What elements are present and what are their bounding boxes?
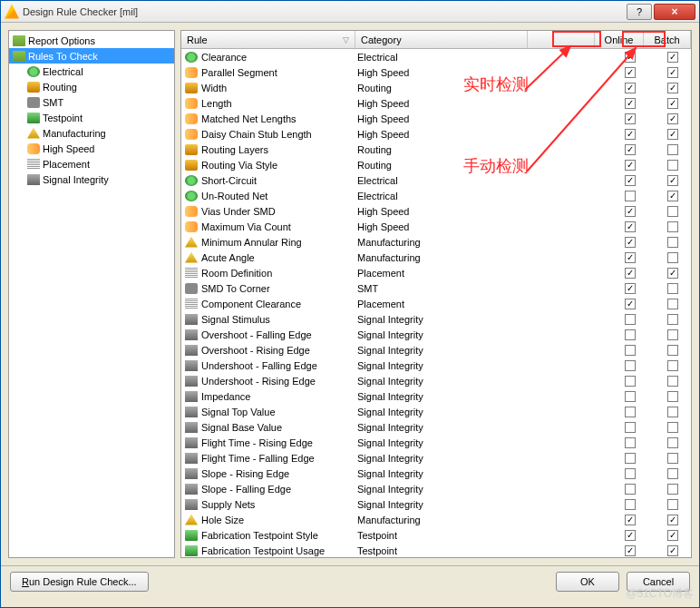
table-row[interactable]: Flight Time - Rising EdgeSignal Integrit… — [181, 435, 691, 450]
checkbox-batch[interactable] — [667, 329, 678, 340]
checkbox-batch[interactable] — [667, 144, 678, 155]
checkbox-online[interactable] — [625, 283, 636, 294]
checkbox-batch[interactable] — [667, 437, 678, 448]
table-row[interactable]: Signal Top ValueSignal Integrity — [181, 404, 691, 419]
table-row[interactable]: Overshoot - Rising EdgeSignal Integrity — [181, 342, 691, 358]
checkbox-online[interactable] — [625, 221, 636, 232]
checkbox-online[interactable] — [625, 67, 636, 78]
checkbox-online[interactable] — [625, 191, 636, 201]
checkbox-batch[interactable] — [667, 67, 678, 78]
table-row[interactable]: Maximum Via CountHigh Speed — [181, 219, 691, 234]
checkbox-online[interactable] — [625, 252, 636, 263]
tree-item-smt[interactable]: SMT — [9, 94, 174, 110]
column-header-rule[interactable]: Rule ▽ — [181, 31, 355, 48]
cancel-button[interactable]: Cancel — [627, 572, 690, 592]
table-row[interactable]: Signal StimulusSignal Integrity — [181, 311, 691, 327]
checkbox-online[interactable] — [625, 545, 636, 556]
checkbox-batch[interactable] — [667, 113, 678, 124]
checkbox-batch[interactable] — [667, 191, 678, 201]
table-row[interactable]: Vias Under SMDHigh Speed — [181, 203, 691, 219]
table-row[interactable]: Routing LayersRouting — [181, 142, 691, 157]
table-row[interactable]: LengthHigh Speed — [181, 95, 691, 111]
checkbox-online[interactable] — [625, 98, 636, 109]
ok-button[interactable]: OK — [556, 572, 619, 592]
table-row[interactable]: Supply NetsSignal Integrity — [181, 496, 691, 512]
table-row[interactable]: Matched Net LengthsHigh Speed — [181, 111, 691, 126]
table-row[interactable]: Signal Base ValueSignal Integrity — [181, 419, 691, 435]
checkbox-online[interactable] — [625, 144, 636, 155]
checkbox-batch[interactable] — [667, 530, 678, 541]
checkbox-batch[interactable] — [667, 545, 678, 556]
checkbox-online[interactable] — [625, 499, 636, 510]
table-row[interactable]: Hole SizeManufacturing — [181, 512, 691, 527]
checkbox-online[interactable] — [625, 299, 636, 309]
checkbox-online[interactable] — [625, 391, 636, 402]
checkbox-batch[interactable] — [667, 484, 678, 495]
checkbox-batch[interactable] — [667, 83, 678, 93]
checkbox-batch[interactable] — [667, 391, 678, 402]
checkbox-online[interactable] — [625, 468, 636, 479]
table-row[interactable]: Short-CircuitElectrical — [181, 172, 691, 188]
column-header-category[interactable]: Category — [355, 31, 528, 48]
table-row[interactable]: ClearanceElectrical — [181, 49, 691, 64]
checkbox-online[interactable] — [625, 206, 636, 217]
close-button[interactable]: × — [654, 4, 695, 20]
help-button[interactable]: ? — [627, 4, 652, 20]
table-row[interactable]: Parallel SegmentHigh Speed — [181, 64, 691, 80]
table-row[interactable]: Flight Time - Falling EdgeSignal Integri… — [181, 450, 691, 466]
tree-item-electrical[interactable]: Electrical — [9, 64, 174, 79]
checkbox-online[interactable] — [625, 314, 636, 325]
checkbox-online[interactable] — [625, 237, 636, 248]
table-row[interactable]: Routing Via StyleRouting — [181, 157, 691, 172]
checkbox-batch[interactable] — [667, 345, 678, 356]
table-row[interactable]: Slope - Falling EdgeSignal Integrity — [181, 481, 691, 496]
checkbox-online[interactable] — [625, 530, 636, 541]
table-row[interactable]: Daisy Chain Stub LengthHigh Speed — [181, 126, 691, 142]
table-row[interactable]: Un-Routed NetElectrical — [181, 188, 691, 203]
table-row[interactable]: Room DefinitionPlacement — [181, 265, 691, 280]
checkbox-online[interactable] — [625, 52, 636, 63]
checkbox-batch[interactable] — [667, 422, 678, 433]
table-row[interactable]: Undershoot - Rising EdgeSignal Integrity — [181, 373, 691, 388]
table-row[interactable]: SMD To CornerSMT — [181, 280, 691, 296]
checkbox-batch[interactable] — [667, 268, 678, 279]
checkbox-batch[interactable] — [667, 160, 678, 171]
checkbox-online[interactable] — [625, 268, 636, 279]
checkbox-online[interactable] — [625, 453, 636, 464]
checkbox-online[interactable] — [625, 329, 636, 340]
checkbox-online[interactable] — [625, 160, 636, 171]
tree-item-report-options[interactable]: Report Options — [9, 33, 174, 48]
checkbox-batch[interactable] — [667, 468, 678, 479]
checkbox-batch[interactable] — [667, 252, 678, 263]
checkbox-online[interactable] — [625, 484, 636, 495]
table-row[interactable]: Fabrication Testpoint UsageTestpoint — [181, 543, 691, 557]
tree-item-placement[interactable]: Placement — [9, 156, 174, 172]
table-row[interactable]: Minimum Annular RingManufacturing — [181, 234, 691, 250]
tree-item-manufacturing[interactable]: Manufacturing — [9, 125, 174, 141]
checkbox-online[interactable] — [625, 175, 636, 186]
checkbox-batch[interactable] — [667, 407, 678, 417]
run-drc-button[interactable]: Run Design Rule Check... — [10, 572, 149, 592]
grid-body[interactable]: ClearanceElectricalParallel SegmentHigh … — [181, 49, 691, 557]
checkbox-online[interactable] — [625, 376, 636, 387]
checkbox-online[interactable] — [625, 437, 636, 448]
checkbox-batch[interactable] — [667, 206, 678, 217]
tree-item-signal-integrity[interactable]: Signal Integrity — [9, 172, 174, 187]
checkbox-online[interactable] — [625, 113, 636, 124]
checkbox-batch[interactable] — [667, 360, 678, 371]
checkbox-batch[interactable] — [667, 175, 678, 186]
checkbox-batch[interactable] — [667, 283, 678, 294]
tree-item-testpoint[interactable]: Testpoint — [9, 110, 174, 125]
checkbox-batch[interactable] — [667, 453, 678, 464]
tree-item-rules-to-check[interactable]: Rules To Check — [9, 48, 174, 64]
table-row[interactable]: Slope - Rising EdgeSignal Integrity — [181, 466, 691, 481]
checkbox-online[interactable] — [625, 345, 636, 356]
table-row[interactable]: WidthRouting — [181, 80, 691, 95]
checkbox-batch[interactable] — [667, 299, 678, 309]
checkbox-batch[interactable] — [667, 129, 678, 140]
checkbox-batch[interactable] — [667, 499, 678, 510]
table-row[interactable]: Acute AngleManufacturing — [181, 250, 691, 265]
checkbox-online[interactable] — [625, 407, 636, 417]
column-header-batch[interactable]: Batch — [644, 31, 691, 48]
checkbox-online[interactable] — [625, 83, 636, 93]
